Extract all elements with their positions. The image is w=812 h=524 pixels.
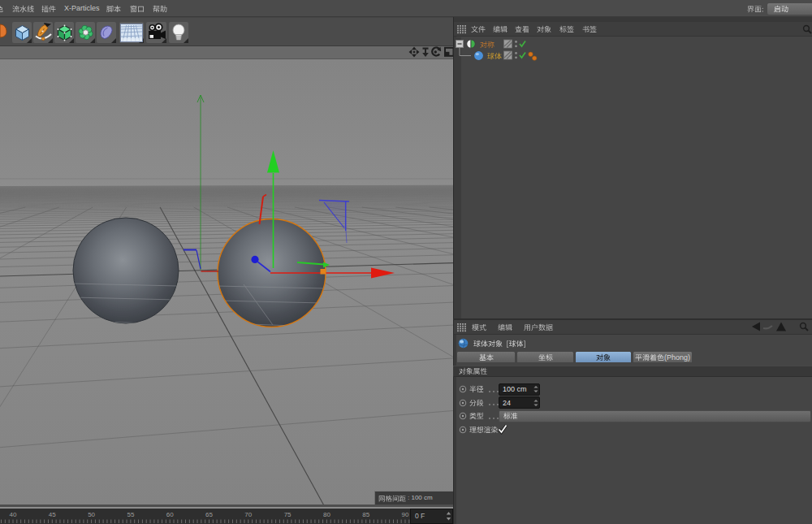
svg-text:90: 90 xyxy=(402,511,409,518)
svg-text:60: 60 xyxy=(166,511,174,518)
svg-text:70: 70 xyxy=(244,511,252,518)
svg-text:85: 85 xyxy=(362,511,369,518)
svg-text:50: 50 xyxy=(88,511,95,518)
svg-text:45: 45 xyxy=(49,511,56,518)
svg-text:65: 65 xyxy=(205,511,213,518)
svg-text:75: 75 xyxy=(284,511,292,518)
svg-text:80: 80 xyxy=(323,511,330,518)
svg-text:55: 55 xyxy=(127,511,134,518)
svg-text:40: 40 xyxy=(10,511,17,518)
